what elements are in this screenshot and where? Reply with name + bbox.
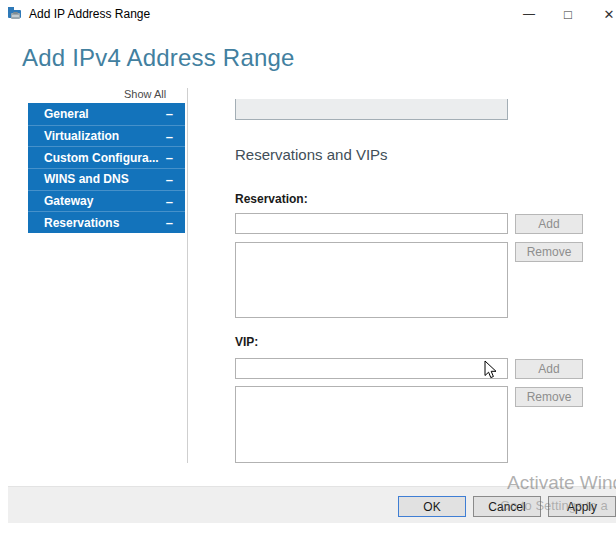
vip-remove-button[interactable]: Remove xyxy=(515,387,583,407)
sidebar-item-custom-configuration[interactable]: Custom Configura... – xyxy=(28,146,185,168)
sidebar-item-virtualization[interactable]: Virtualization – xyxy=(28,125,185,147)
sidebar-item-label: Reservations xyxy=(44,216,119,230)
sidebar-item-gateway[interactable]: Gateway – xyxy=(28,190,185,212)
cancel-button[interactable]: Cancel xyxy=(473,496,541,517)
minimize-button[interactable]: — xyxy=(514,0,544,28)
sidebar-item-wins-and-dns[interactable]: WINS and DNS – xyxy=(28,168,185,190)
reservation-label: Reservation: xyxy=(235,192,308,206)
add-ip-address-range-window: Add IP Address Range — □ ✕ Add IPv4 Addr… xyxy=(0,0,616,534)
window-title: Add IP Address Range xyxy=(29,7,150,21)
collapse-icon[interactable]: – xyxy=(166,194,173,209)
reservation-remove-button[interactable]: Remove xyxy=(515,242,583,262)
sidebar-item-reservations[interactable]: Reservations – xyxy=(28,211,185,233)
section-title: Reservations and VIPs xyxy=(235,146,388,163)
titlebar: Add IP Address Range — □ ✕ xyxy=(0,0,616,28)
vip-label: VIP: xyxy=(235,335,258,349)
collapse-icon[interactable]: – xyxy=(166,150,173,165)
vip-listbox[interactable] xyxy=(235,386,508,463)
ok-button[interactable]: OK xyxy=(398,496,466,517)
collapse-icon[interactable]: – xyxy=(166,215,173,230)
sidebar-item-label: General xyxy=(44,107,89,121)
apply-button[interactable]: Apply xyxy=(548,496,616,517)
collapse-icon[interactable]: – xyxy=(166,129,173,144)
content-divider xyxy=(187,88,188,463)
page-title: Add IPv4 Address Range xyxy=(22,44,295,72)
app-icon xyxy=(7,6,23,22)
sidebar-item-label: Virtualization xyxy=(44,129,119,143)
reservation-add-button[interactable]: Add xyxy=(515,214,583,234)
reservation-input[interactable] xyxy=(235,213,508,234)
sidebar-item-general[interactable]: General – xyxy=(28,103,185,125)
sidebar-item-label: Gateway xyxy=(44,194,93,208)
vip-input[interactable] xyxy=(235,358,508,379)
vip-add-button[interactable]: Add xyxy=(515,359,583,379)
close-button[interactable]: ✕ xyxy=(594,0,616,28)
sidebar-item-label: WINS and DNS xyxy=(44,172,129,186)
previous-section-partial-listbox xyxy=(235,99,508,120)
show-all-link[interactable]: Show All xyxy=(124,88,164,100)
maximize-button[interactable]: □ xyxy=(553,0,583,28)
sidebar-item-label: Custom Configura... xyxy=(44,151,159,165)
collapse-icon[interactable]: – xyxy=(166,106,173,121)
reservation-listbox[interactable] xyxy=(235,242,508,318)
collapse-icon[interactable]: – xyxy=(166,172,173,187)
sidebar-nav: General – Virtualization – Custom Config… xyxy=(28,103,185,233)
